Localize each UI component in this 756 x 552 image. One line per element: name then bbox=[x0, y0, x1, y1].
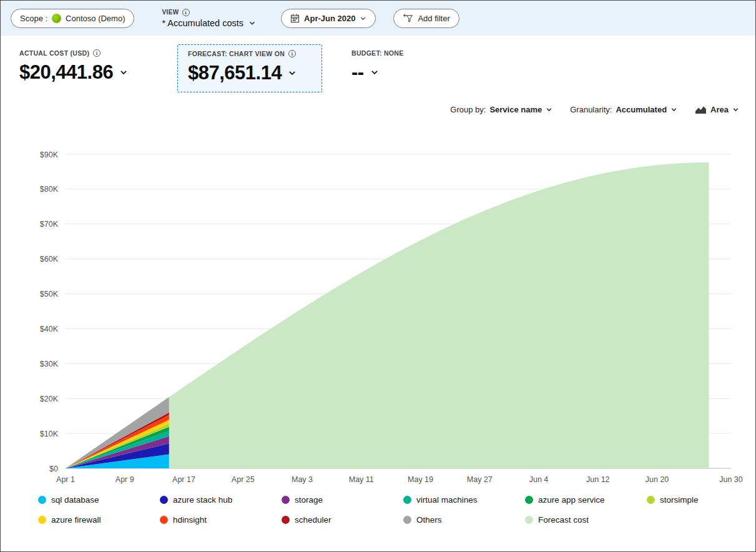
legend-label: azure firewall bbox=[51, 515, 101, 525]
y-axis-tick-label: $30K bbox=[40, 360, 59, 368]
forecast-cost-label: FORECAST: CHART VIEW ON bbox=[188, 50, 285, 57]
x-axis-tick-label: Apr 17 bbox=[172, 475, 195, 484]
legend-swatch-icon bbox=[160, 496, 168, 504]
group-by-value: Service name bbox=[489, 105, 542, 114]
contoso-logo-icon bbox=[52, 14, 61, 23]
budget-value: -- bbox=[351, 61, 364, 84]
legend-item-azure-firewall[interactable]: azure firewall bbox=[38, 515, 160, 525]
cost-area-chart: $0$10K$20K$30K$40K$50K$60K$70K$80K$90KAp… bbox=[8, 142, 745, 486]
budget-dropdown[interactable]: -- bbox=[351, 61, 404, 84]
legend-label: hdinsight bbox=[173, 515, 207, 525]
legend-item-azure-stack-hub[interactable]: azure stack hub bbox=[160, 495, 282, 505]
forecast-cost-kpi: FORECAST: CHART VIEW ON i $87,651.14 bbox=[177, 44, 322, 92]
add-filter-label: Add filter bbox=[418, 14, 449, 23]
chart-type-dropdown[interactable]: Area bbox=[695, 105, 739, 114]
view-picker[interactable]: VIEW i * Accumulated costs bbox=[162, 9, 256, 28]
y-axis-tick-label: $50K bbox=[40, 290, 59, 298]
actual-cost-kpi: ACTUAL COST (USD) i $20,441.86 bbox=[19, 44, 177, 84]
legend-label: scheduler bbox=[295, 515, 331, 525]
forecast-area bbox=[169, 162, 709, 468]
legend-swatch-icon bbox=[525, 496, 533, 504]
forecast-cost-dropdown[interactable]: $87,651.14 bbox=[188, 62, 312, 84]
legend-swatch-icon bbox=[38, 496, 46, 504]
area-chart-icon bbox=[695, 106, 707, 114]
y-axis-tick-label: $10K bbox=[40, 430, 59, 438]
legend-item-storage[interactable]: storage bbox=[282, 495, 403, 505]
info-icon: i bbox=[93, 49, 101, 57]
x-axis-tick-label: Apr 1 bbox=[56, 475, 75, 484]
legend-label: storage bbox=[295, 495, 323, 505]
chevron-down-icon bbox=[360, 15, 366, 22]
y-axis-tick-label: $40K bbox=[40, 325, 59, 333]
budget-label: BUDGET: NONE bbox=[351, 49, 404, 57]
x-axis-tick-label: May 3 bbox=[292, 475, 313, 484]
x-axis-tick-label: Jun 30 bbox=[719, 475, 743, 484]
info-icon: i bbox=[182, 9, 190, 16]
legend-label: storsimple bbox=[660, 495, 699, 505]
x-axis-tick-label: Apr 9 bbox=[115, 475, 134, 484]
chart-controls-row: Group by: Service name Granularity: Accu… bbox=[1, 105, 739, 114]
actual-cost-value: $20,441.86 bbox=[19, 61, 113, 84]
legend-swatch-icon bbox=[403, 496, 411, 504]
legend-swatch-icon bbox=[403, 516, 411, 524]
chevron-down-icon bbox=[370, 68, 379, 77]
budget-kpi: BUDGET: NONE -- bbox=[351, 44, 404, 84]
chevron-down-icon bbox=[670, 106, 677, 113]
group-by-dropdown[interactable]: Group by: Service name bbox=[450, 105, 552, 114]
x-axis-tick-label: May 11 bbox=[349, 475, 374, 484]
legend-item-virtual-machines[interactable]: virtual machines bbox=[403, 495, 525, 505]
chart-area: $0$10K$20K$30K$40K$50K$60K$70K$80K$90KAp… bbox=[8, 142, 755, 489]
legend-label: Forecast cost bbox=[538, 515, 589, 525]
chart-legend: sql databaseazure stack hubstoragevirtua… bbox=[38, 495, 755, 525]
legend-swatch-icon bbox=[282, 516, 290, 524]
chevron-down-icon bbox=[546, 106, 552, 113]
x-axis-tick-label: Jun 4 bbox=[529, 475, 549, 484]
legend-item-others[interactable]: Others bbox=[403, 515, 525, 525]
granularity-label: Granularity: bbox=[570, 105, 612, 114]
actual-cost-dropdown[interactable]: $20,441.86 bbox=[19, 61, 177, 84]
x-axis-tick-label: Jun 12 bbox=[586, 475, 610, 484]
calendar-icon bbox=[290, 14, 300, 23]
legend-item-hdinsight[interactable]: hdinsight bbox=[160, 515, 282, 525]
y-axis-tick-label: $20K bbox=[40, 395, 59, 403]
y-axis-tick-label: $80K bbox=[40, 185, 59, 194]
forecast-cost-value: $87,651.14 bbox=[188, 62, 282, 84]
legend-item-azure-app-service[interactable]: azure app service bbox=[525, 495, 647, 505]
add-filter-icon bbox=[403, 13, 413, 23]
legend-item-storsimple[interactable]: storsimple bbox=[647, 495, 756, 505]
view-value: * Accumulated costs bbox=[162, 18, 243, 28]
command-bar: Scope : Contoso (Demo) VIEW i * Accumula… bbox=[1, 1, 755, 36]
view-label: VIEW bbox=[162, 9, 179, 16]
legend-label: virtual machines bbox=[416, 495, 478, 505]
legend-label: Others bbox=[416, 515, 442, 525]
chart-type-value: Area bbox=[710, 105, 729, 114]
y-axis-tick-label: $60K bbox=[40, 255, 59, 264]
granularity-dropdown[interactable]: Granularity: Accumulated bbox=[570, 105, 677, 114]
legend-swatch-icon bbox=[647, 496, 655, 504]
legend-label: sql database bbox=[51, 495, 99, 505]
scope-picker[interactable]: Scope : Contoso (Demo) bbox=[11, 9, 134, 28]
cost-summary-row: ACTUAL COST (USD) i $20,441.86 FORECAST:… bbox=[19, 44, 755, 92]
chevron-down-icon bbox=[732, 106, 739, 113]
date-range-value: Apr-Jun 2020 bbox=[304, 14, 355, 23]
y-axis-tick-label: $90K bbox=[40, 150, 59, 159]
x-axis-tick-label: May 19 bbox=[408, 475, 433, 484]
legend-item-forecast-cost[interactable]: Forecast cost bbox=[525, 515, 647, 525]
scope-label: Scope : bbox=[20, 14, 47, 23]
info-icon: i bbox=[288, 50, 296, 57]
add-filter-button[interactable]: Add filter bbox=[393, 9, 459, 28]
chevron-down-icon bbox=[119, 68, 128, 77]
legend-item-sql-database[interactable]: sql database bbox=[38, 495, 160, 505]
legend-item-scheduler[interactable]: scheduler bbox=[282, 515, 403, 525]
actual-cost-label: ACTUAL COST (USD) bbox=[19, 49, 89, 57]
date-range-picker[interactable]: Apr-Jun 2020 bbox=[281, 9, 376, 28]
chevron-down-icon bbox=[248, 19, 256, 27]
x-axis-tick-label: Apr 25 bbox=[232, 475, 255, 484]
y-axis-tick-label: $70K bbox=[40, 220, 59, 229]
y-axis-tick-label: $0 bbox=[49, 465, 58, 473]
group-by-label: Group by: bbox=[450, 105, 486, 114]
granularity-value: Accumulated bbox=[616, 105, 667, 114]
legend-label: azure app service bbox=[538, 495, 605, 505]
scope-value: Contoso (Demo) bbox=[66, 14, 125, 23]
legend-swatch-icon bbox=[38, 516, 46, 524]
